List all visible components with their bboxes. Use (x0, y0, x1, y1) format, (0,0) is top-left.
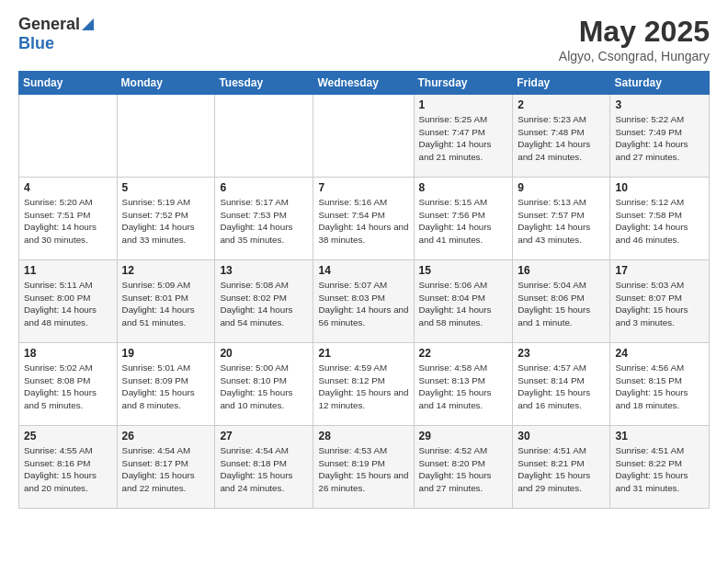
logo-triangle-icon (82, 18, 94, 30)
day-detail: Sunrise: 5:11 AM Sunset: 8:00 PM Dayligh… (24, 279, 112, 329)
calendar-cell: 4Sunrise: 5:20 AM Sunset: 7:51 PM Daylig… (19, 178, 118, 260)
day-detail: Sunrise: 5:07 AM Sunset: 8:03 PM Dayligh… (318, 279, 408, 329)
day-number: 4 (24, 181, 112, 194)
day-number: 6 (220, 181, 308, 194)
calendar-cell (215, 95, 313, 178)
day-number: 16 (518, 264, 605, 277)
calendar-cell: 14Sunrise: 5:07 AM Sunset: 8:03 PM Dayli… (313, 260, 414, 343)
day-detail: Sunrise: 4:51 AM Sunset: 8:21 PM Dayligh… (518, 444, 605, 495)
calendar-cell: 16Sunrise: 5:04 AM Sunset: 8:06 PM Dayli… (513, 260, 610, 343)
day-detail: Sunrise: 5:16 AM Sunset: 7:54 PM Dayligh… (318, 196, 408, 247)
calendar-header-thursday: Thursday (414, 72, 513, 95)
day-detail: Sunrise: 5:00 AM Sunset: 8:10 PM Dayligh… (220, 362, 308, 412)
day-number: 23 (518, 347, 605, 360)
calendar-cell (313, 95, 414, 178)
day-detail: Sunrise: 5:08 AM Sunset: 8:02 PM Dayligh… (220, 279, 308, 329)
day-detail: Sunrise: 5:22 AM Sunset: 7:49 PM Dayligh… (615, 113, 704, 164)
day-number: 30 (518, 430, 605, 442)
day-detail: Sunrise: 5:06 AM Sunset: 8:04 PM Dayligh… (419, 279, 508, 329)
day-number: 31 (615, 430, 704, 442)
day-number: 10 (615, 181, 704, 194)
day-number: 24 (615, 347, 704, 360)
calendar-cell: 3Sunrise: 5:22 AM Sunset: 7:49 PM Daylig… (610, 95, 710, 178)
calendar-cell: 17Sunrise: 5:03 AM Sunset: 8:07 PM Dayli… (610, 260, 710, 343)
day-number: 1 (419, 98, 508, 111)
day-detail: Sunrise: 5:04 AM Sunset: 8:06 PM Dayligh… (518, 279, 605, 329)
calendar-week-row: 4Sunrise: 5:20 AM Sunset: 7:51 PM Daylig… (19, 178, 710, 260)
day-detail: Sunrise: 5:23 AM Sunset: 7:48 PM Dayligh… (518, 113, 605, 164)
day-number: 22 (419, 347, 508, 360)
day-detail: Sunrise: 5:03 AM Sunset: 8:07 PM Dayligh… (615, 279, 704, 329)
day-number: 2 (518, 98, 605, 111)
day-detail: Sunrise: 5:15 AM Sunset: 7:56 PM Dayligh… (419, 196, 508, 247)
day-detail: Sunrise: 4:54 AM Sunset: 8:17 PM Dayligh… (122, 444, 210, 495)
day-detail: Sunrise: 5:12 AM Sunset: 7:58 PM Dayligh… (615, 196, 704, 247)
calendar-cell: 22Sunrise: 4:58 AM Sunset: 8:13 PM Dayli… (414, 343, 513, 426)
calendar-cell: 18Sunrise: 5:02 AM Sunset: 8:08 PM Dayli… (19, 343, 118, 426)
day-number: 9 (518, 181, 605, 194)
day-detail: Sunrise: 5:02 AM Sunset: 8:08 PM Dayligh… (24, 362, 112, 412)
day-number: 8 (419, 181, 508, 194)
calendar-cell: 12Sunrise: 5:09 AM Sunset: 8:01 PM Dayli… (117, 260, 215, 343)
calendar-cell (19, 95, 118, 178)
calendar-header-monday: Monday (117, 72, 215, 95)
day-detail: Sunrise: 5:20 AM Sunset: 7:51 PM Dayligh… (24, 196, 112, 247)
day-number: 20 (220, 347, 308, 360)
logo: General Blue (18, 15, 94, 53)
day-number: 29 (419, 430, 508, 442)
calendar-cell: 21Sunrise: 4:59 AM Sunset: 8:12 PM Dayli… (313, 343, 414, 426)
calendar-cell: 23Sunrise: 4:57 AM Sunset: 8:14 PM Dayli… (513, 343, 610, 426)
day-detail: Sunrise: 5:13 AM Sunset: 7:57 PM Dayligh… (518, 196, 605, 247)
day-detail: Sunrise: 5:19 AM Sunset: 7:52 PM Dayligh… (122, 196, 210, 247)
calendar-cell: 25Sunrise: 4:55 AM Sunset: 8:16 PM Dayli… (19, 426, 118, 509)
day-number: 17 (615, 264, 704, 277)
calendar-cell: 7Sunrise: 5:16 AM Sunset: 7:54 PM Daylig… (313, 178, 414, 260)
calendar-cell: 28Sunrise: 4:53 AM Sunset: 8:19 PM Dayli… (313, 426, 414, 509)
calendar-cell: 20Sunrise: 5:00 AM Sunset: 8:10 PM Dayli… (215, 343, 313, 426)
calendar-cell: 8Sunrise: 5:15 AM Sunset: 7:56 PM Daylig… (414, 178, 513, 260)
calendar-cell: 5Sunrise: 5:19 AM Sunset: 7:52 PM Daylig… (117, 178, 215, 260)
calendar-cell: 13Sunrise: 5:08 AM Sunset: 8:02 PM Dayli… (215, 260, 313, 343)
month-title: May 2025 (559, 15, 710, 49)
calendar-week-row: 25Sunrise: 4:55 AM Sunset: 8:16 PM Dayli… (19, 426, 710, 509)
day-detail: Sunrise: 4:51 AM Sunset: 8:22 PM Dayligh… (615, 444, 704, 495)
day-number: 12 (122, 264, 210, 277)
calendar-header-tuesday: Tuesday (215, 72, 313, 95)
calendar-table: SundayMondayTuesdayWednesdayThursdayFrid… (18, 71, 710, 509)
calendar-cell: 27Sunrise: 4:54 AM Sunset: 8:18 PM Dayli… (215, 426, 313, 509)
calendar-header-sunday: Sunday (19, 72, 118, 95)
calendar-cell: 31Sunrise: 4:51 AM Sunset: 8:22 PM Dayli… (610, 426, 710, 509)
day-number: 15 (419, 264, 508, 277)
location-text: Algyo, Csongrad, Hungary (559, 49, 710, 63)
calendar-cell (117, 95, 215, 178)
day-number: 5 (122, 181, 210, 194)
day-detail: Sunrise: 4:53 AM Sunset: 8:19 PM Dayligh… (318, 444, 408, 495)
day-number: 21 (318, 347, 408, 360)
calendar-cell: 30Sunrise: 4:51 AM Sunset: 8:21 PM Dayli… (513, 426, 610, 509)
calendar-cell: 24Sunrise: 4:56 AM Sunset: 8:15 PM Dayli… (610, 343, 710, 426)
calendar-week-row: 1Sunrise: 5:25 AM Sunset: 7:47 PM Daylig… (19, 95, 710, 178)
day-detail: Sunrise: 5:09 AM Sunset: 8:01 PM Dayligh… (122, 279, 210, 329)
calendar-cell: 1Sunrise: 5:25 AM Sunset: 7:47 PM Daylig… (414, 95, 513, 178)
calendar-header-friday: Friday (513, 72, 610, 95)
day-number: 25 (24, 430, 112, 442)
day-detail: Sunrise: 4:54 AM Sunset: 8:18 PM Dayligh… (220, 444, 308, 495)
day-number: 28 (318, 430, 408, 442)
day-number: 27 (220, 430, 308, 442)
day-detail: Sunrise: 5:17 AM Sunset: 7:53 PM Dayligh… (220, 196, 308, 247)
day-detail: Sunrise: 4:59 AM Sunset: 8:12 PM Dayligh… (318, 362, 408, 412)
calendar-cell: 29Sunrise: 4:52 AM Sunset: 8:20 PM Dayli… (414, 426, 513, 509)
day-number: 14 (318, 264, 408, 277)
day-number: 11 (24, 264, 112, 277)
calendar-cell: 2Sunrise: 5:23 AM Sunset: 7:48 PM Daylig… (513, 95, 610, 178)
day-number: 3 (615, 98, 704, 111)
day-detail: Sunrise: 4:55 AM Sunset: 8:16 PM Dayligh… (24, 444, 112, 495)
day-detail: Sunrise: 4:52 AM Sunset: 8:20 PM Dayligh… (419, 444, 508, 495)
calendar-cell: 19Sunrise: 5:01 AM Sunset: 8:09 PM Dayli… (117, 343, 215, 426)
calendar-cell: 26Sunrise: 4:54 AM Sunset: 8:17 PM Dayli… (117, 426, 215, 509)
day-number: 19 (122, 347, 210, 360)
calendar-cell: 9Sunrise: 5:13 AM Sunset: 7:57 PM Daylig… (513, 178, 610, 260)
day-detail: Sunrise: 4:56 AM Sunset: 8:15 PM Dayligh… (615, 362, 704, 412)
day-detail: Sunrise: 4:58 AM Sunset: 8:13 PM Dayligh… (419, 362, 508, 412)
title-block: May 2025 Algyo, Csongrad, Hungary (559, 15, 710, 63)
